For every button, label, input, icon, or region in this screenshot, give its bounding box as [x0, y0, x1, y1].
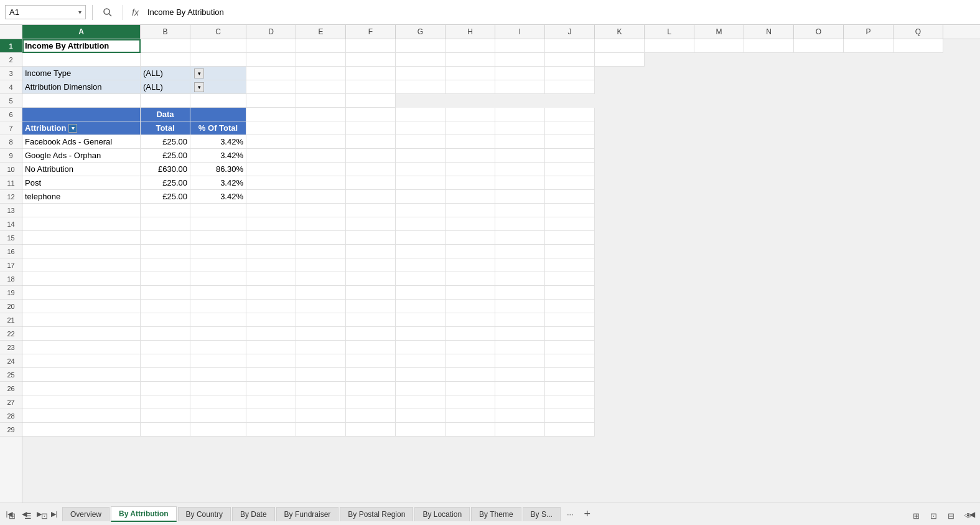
col-header-B[interactable]: B: [141, 25, 190, 39]
cell-E14[interactable]: [296, 217, 346, 231]
cell-C19[interactable]: [190, 286, 246, 300]
cell-I25[interactable]: [495, 368, 545, 382]
cell-E28[interactable]: [296, 409, 346, 423]
cell-D2[interactable]: [246, 53, 296, 67]
formula-icon[interactable]: ⊡: [37, 509, 51, 523]
cell-A12[interactable]: telephone: [22, 190, 141, 204]
cell-I4[interactable]: [495, 80, 545, 94]
cell-H22[interactable]: [446, 327, 495, 341]
cell-C15[interactable]: [190, 231, 246, 245]
col-header-C[interactable]: C: [190, 25, 246, 39]
row-num-6[interactable]: 6: [0, 108, 22, 121]
cell-D1[interactable]: [246, 39, 296, 53]
cell-H13[interactable]: [446, 204, 495, 217]
cell-B14[interactable]: [141, 217, 190, 231]
tab-by-country[interactable]: By Country: [178, 507, 231, 521]
cell-B25[interactable]: [141, 368, 190, 382]
cell-I14[interactable]: [495, 217, 545, 231]
cell-H24[interactable]: [446, 354, 495, 368]
cell-F18[interactable]: [346, 272, 396, 286]
cell-C18[interactable]: [190, 272, 246, 286]
cell-C1[interactable]: [190, 39, 246, 53]
cell-A18[interactable]: [22, 272, 141, 286]
cell-F3[interactable]: [346, 67, 396, 80]
cell-D4[interactable]: [246, 80, 296, 94]
row-num-9[interactable]: 9: [0, 149, 22, 163]
cell-A14[interactable]: [22, 217, 141, 231]
cell-F15[interactable]: [346, 231, 396, 245]
cell-J10[interactable]: [545, 163, 595, 176]
cell-J18[interactable]: [545, 272, 595, 286]
tab-by-fundraiser[interactable]: By Fundraiser: [276, 507, 339, 521]
col-header-F[interactable]: F: [346, 25, 396, 39]
tab-add-button[interactable]: +: [580, 507, 595, 522]
cell-H26[interactable]: [446, 382, 495, 395]
cell-B8[interactable]: £25.00: [141, 135, 190, 149]
cell-B26[interactable]: [141, 382, 190, 395]
cell-F6[interactable]: [346, 108, 396, 121]
cell-F16[interactable]: [346, 245, 396, 258]
cell-B13[interactable]: [141, 204, 190, 217]
row-num-13[interactable]: 13: [0, 204, 22, 217]
cell-F8[interactable]: [346, 135, 396, 149]
cell-H3[interactable]: [446, 67, 495, 80]
cell-E20[interactable]: [296, 300, 346, 313]
cell-D3[interactable]: [246, 67, 296, 80]
cell-H6[interactable]: [446, 108, 495, 121]
cell-A17[interactable]: [22, 258, 141, 272]
cell-H8[interactable]: [446, 135, 495, 149]
tab-overview[interactable]: Overview: [62, 507, 110, 521]
cell-H10[interactable]: [446, 163, 495, 176]
cell-I9[interactable]: [495, 149, 545, 163]
cell-G4[interactable]: [396, 80, 446, 94]
cell-I11[interactable]: [495, 176, 545, 190]
cell-F28[interactable]: [346, 409, 396, 423]
cell-E27[interactable]: [296, 395, 346, 409]
cell-C17[interactable]: [190, 258, 246, 272]
cell-E18[interactable]: [296, 272, 346, 286]
cell-A21[interactable]: [22, 313, 141, 327]
cell-J17[interactable]: [545, 258, 595, 272]
cell-D29[interactable]: [246, 423, 296, 437]
row-num-4[interactable]: 4: [0, 80, 22, 94]
cell-F12[interactable]: [346, 190, 396, 204]
cell-C3[interactable]: ▾: [190, 67, 246, 80]
cell-J11[interactable]: [545, 176, 595, 190]
cell-B16[interactable]: [141, 245, 190, 258]
cell-A7-attribution-header[interactable]: Attribution ▾: [22, 121, 141, 135]
cell-I28[interactable]: [495, 409, 545, 423]
cell-A28[interactable]: [22, 409, 141, 423]
cell-P1[interactable]: [844, 39, 894, 53]
cell-F25[interactable]: [346, 368, 396, 382]
cell-F27[interactable]: [346, 395, 396, 409]
cell-E26[interactable]: [296, 382, 346, 395]
cell-C16[interactable]: [190, 245, 246, 258]
cell-H11[interactable]: [446, 176, 495, 190]
cell-C5[interactable]: [190, 94, 246, 108]
row-num-19[interactable]: 19: [0, 286, 22, 300]
cell-I27[interactable]: [495, 395, 545, 409]
cell-C28[interactable]: [190, 409, 246, 423]
cell-G20[interactable]: [396, 300, 446, 313]
cell-G3[interactable]: [396, 67, 446, 80]
cell-A19[interactable]: [22, 286, 141, 300]
tab-by-attribution[interactable]: By Attribution: [111, 506, 177, 522]
cell-G10[interactable]: [396, 163, 446, 176]
cell-C26[interactable]: [190, 382, 246, 395]
cell-H12[interactable]: [446, 190, 495, 204]
cell-F5[interactable]: [346, 94, 396, 108]
cell-I26[interactable]: [495, 382, 545, 395]
cell-D11[interactable]: [246, 176, 296, 190]
cell-A24[interactable]: [22, 354, 141, 368]
cell-A10[interactable]: No Attribution: [22, 163, 141, 176]
cell-B12[interactable]: £25.00: [141, 190, 190, 204]
cell-E9[interactable]: [296, 149, 346, 163]
cell-L1[interactable]: [645, 39, 694, 53]
cell-E5[interactable]: [296, 94, 346, 108]
cell-C27[interactable]: [190, 395, 246, 409]
cell-H27[interactable]: [446, 395, 495, 409]
cell-J21[interactable]: [545, 313, 595, 327]
row-num-10[interactable]: 10: [0, 163, 22, 176]
col-header-H[interactable]: H: [446, 25, 495, 39]
cell-C29[interactable]: [190, 423, 246, 437]
